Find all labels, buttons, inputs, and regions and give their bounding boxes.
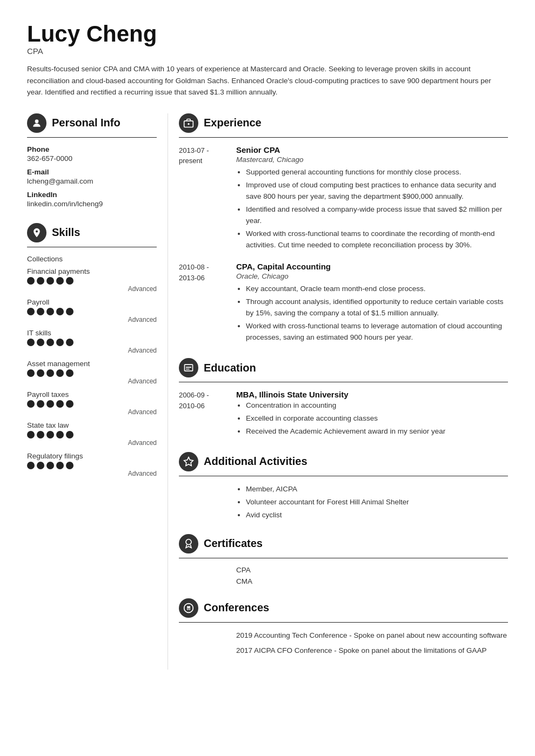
skill-dot [27, 431, 35, 438]
list-item: Avid cyclist [246, 510, 508, 521]
list-item: Received the Academic Achievement award … [246, 426, 508, 437]
svg-point-5 [186, 539, 191, 544]
skill-dot [56, 339, 64, 346]
skill-dot [66, 308, 73, 315]
skill-level: Advanced [27, 439, 157, 447]
skill-level: Advanced [27, 347, 157, 354]
conferences-divider [179, 622, 508, 623]
skill-dot [46, 462, 54, 469]
list-item: Worked with cross-functional teams to le… [246, 321, 508, 343]
list-item: Worked with cross-functional teams to co… [246, 228, 508, 251]
certificate-item: CMA [236, 577, 508, 585]
experience-title: Experience [204, 117, 262, 129]
activities-title: Additional Activities [204, 455, 307, 468]
skill-item: Financial paymentsAdvanced [27, 267, 157, 293]
personal-info-header: Personal Info [27, 113, 157, 133]
education-section: Education 2006-09 - 2010-06MBA, Illinois… [179, 358, 508, 439]
certificates-header: Certificates [179, 534, 508, 554]
entry-bullets: Key accountant, Oracle team month-end cl… [236, 284, 508, 343]
skill-dot [27, 400, 35, 408]
activities-icon [179, 452, 198, 471]
skill-dot [56, 431, 64, 438]
skill-dot [37, 339, 44, 346]
resume-header: Lucy Cheng CPA Results-focused senior CP… [27, 22, 508, 98]
list-item: Concentration in accounting [246, 400, 508, 411]
linkedin-value: linkedin.com/in/lcheng9 [27, 200, 157, 208]
main-layout: Personal Info Phone 362-657-0000 E-mail … [27, 113, 508, 670]
conferences-icon [179, 598, 198, 618]
skills-title: Skills [52, 226, 80, 239]
conference-item: 2017 AICPA CFO Conference - Spoke on pan… [236, 645, 508, 657]
education-title: Education [204, 362, 256, 374]
personal-info-icon [27, 113, 46, 133]
conferences-section: Conferences 2019 Accounting Tech Confere… [179, 598, 508, 657]
skill-dot [66, 339, 73, 346]
skill-dot [56, 462, 64, 469]
activities-content: Member, AICPAVolunteer accountant for Fo… [179, 484, 508, 521]
edu-content: MBA, Illinois State UniversityConcentrat… [236, 390, 508, 439]
skill-dot [27, 339, 35, 346]
skill-name: Regulatory filings [27, 452, 157, 460]
entry-company: Oracle, Chicago [236, 272, 508, 280]
skill-name: Payroll [27, 298, 157, 306]
skill-dot [46, 308, 54, 315]
skill-name: State tax law [27, 421, 157, 429]
candidate-title: CPA [27, 46, 508, 56]
certificates-section: Certificates CPACMA [179, 534, 508, 585]
skill-dot [56, 400, 64, 408]
experience-header: Experience [179, 113, 508, 133]
list-item: Identified and resolved a company-wide p… [246, 204, 508, 227]
skills-divider [27, 247, 157, 247]
skill-item: Regulatory filingsAdvanced [27, 452, 157, 477]
activities-section: Additional Activities Member, AICPAVolun… [179, 452, 508, 521]
edu-dates: 2006-09 - 2010-06 [179, 390, 228, 439]
email-label: E-mail [27, 168, 157, 176]
skill-dot [37, 462, 44, 469]
personal-info-title: Personal Info [52, 117, 121, 129]
phone-value: 362-657-0000 [27, 154, 157, 163]
education-icon [179, 358, 198, 377]
skill-dot [46, 339, 54, 346]
skill-dot [46, 277, 54, 285]
skills-list: Financial paymentsAdvancedPayrollAdvance… [27, 267, 157, 477]
skill-level: Advanced [27, 470, 157, 477]
list-item: Excelled in corporate accounting classes [246, 413, 508, 424]
edu-bullets: Concentration in accountingExcelled in c… [236, 400, 508, 437]
skill-dot [37, 431, 44, 438]
skill-dots [27, 462, 157, 469]
conferences-list: 2019 Accounting Tech Conference - Spoke … [179, 630, 508, 657]
skill-dot [27, 369, 35, 377]
experience-list: 2013-07 - presentSenior CPAMastercard, C… [179, 145, 508, 345]
phone-label: Phone [27, 145, 157, 153]
skill-dot [66, 400, 73, 408]
conference-item: 2019 Accounting Tech Conference - Spoke … [236, 630, 508, 642]
svg-point-0 [35, 119, 39, 123]
skill-item: PayrollAdvanced [27, 298, 157, 323]
left-column: Personal Info Phone 362-657-0000 E-mail … [27, 113, 168, 670]
list-item: Improved use of cloud computing best pra… [246, 180, 508, 202]
candidate-name: Lucy Cheng [27, 22, 508, 46]
skill-item: IT skillsAdvanced [27, 329, 157, 354]
right-column: Experience 2013-07 - presentSenior CPAMa… [168, 113, 508, 670]
experience-divider [179, 137, 508, 138]
experience-entry: 2010-08 - 2013-06CPA, Capital Accounting… [179, 262, 508, 345]
skills-section: Skills Collections Financial paymentsAdv… [27, 223, 157, 477]
collections-label: Collections [27, 255, 157, 263]
skill-dots [27, 339, 157, 346]
skill-dot [56, 277, 64, 285]
email-value: lcheng@gamail.com [27, 177, 157, 185]
edu-degree: MBA, Illinois State University [236, 390, 508, 399]
education-header: Education [179, 358, 508, 377]
skill-dot [66, 369, 73, 377]
entry-job-title: CPA, Capital Accounting [236, 262, 508, 271]
skill-dot [46, 431, 54, 438]
list-item: Supported general accounting functions f… [246, 167, 508, 178]
activities-header: Additional Activities [179, 452, 508, 471]
personal-info-divider [27, 137, 157, 138]
entry-bullets: Supported general accounting functions f… [236, 167, 508, 251]
education-entry: 2006-09 - 2010-06MBA, Illinois State Uni… [179, 390, 508, 439]
certificate-item: CPA [236, 566, 508, 574]
entry-job-title: Senior CPA [236, 145, 508, 154]
skill-name: Financial payments [27, 267, 157, 275]
experience-entry: 2013-07 - presentSenior CPAMastercard, C… [179, 145, 508, 252]
